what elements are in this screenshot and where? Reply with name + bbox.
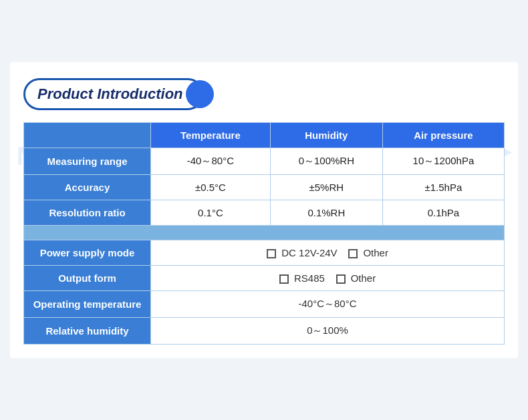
header-humidity: Humidity: [270, 122, 382, 148]
data-operating-temp: -40°C～80°C: [151, 291, 505, 318]
label-accuracy: Accuracy: [24, 174, 151, 200]
table-row: Measuring range -40～80°C 0～100%RH 10～120…: [24, 148, 505, 174]
data-pressure-accuracy: ±1.5hPa: [382, 174, 504, 200]
checkbox-dc[interactable]: [267, 249, 276, 258]
checkbox-other-output[interactable]: [336, 274, 346, 284]
table-header-row: Temperature Humidity Air pressure: [24, 122, 505, 148]
table-row-power: Power supply mode DC 12V-24V Other: [24, 240, 505, 265]
specs-table: Temperature Humidity Air pressure Measur…: [23, 122, 505, 345]
data-humidity-range: 0～100%RH: [270, 148, 382, 174]
label-resolution: Resolution ratio: [24, 200, 151, 225]
label-relative-humidity: Relative humidity: [24, 318, 151, 345]
checkbox-rs485[interactable]: [279, 274, 289, 284]
label-output-form: Output form: [24, 266, 151, 291]
label-operating-temp: Operating temperature: [24, 291, 151, 318]
table-row-output: Output form RS485 Other: [24, 266, 505, 291]
data-temp-resolution: 0.1°C: [151, 200, 271, 225]
header-air-pressure: Air pressure: [382, 122, 504, 148]
title-bar: Product Introduction: [23, 78, 505, 110]
main-container: Product Introduction NiuBoL▶ NiuBoL▶ Niu…: [10, 62, 518, 358]
data-humidity-resolution: 0.1%RH: [270, 200, 382, 225]
title-blob: [186, 80, 214, 108]
value-other-output: Other: [351, 272, 376, 284]
data-humidity-accuracy: ±5%RH: [270, 174, 382, 200]
separator-cell: [24, 225, 505, 240]
value-other-power: Other: [363, 247, 388, 258]
label-measuring-range: Measuring range: [24, 148, 151, 174]
title-pill: Product Introduction: [23, 78, 204, 110]
data-power-supply: DC 12V-24V Other: [151, 240, 505, 265]
data-output-form: RS485 Other: [151, 266, 505, 291]
data-pressure-resolution: 0.1hPa: [382, 200, 504, 225]
header-temperature: Temperature: [151, 122, 271, 148]
data-temp-range: -40～80°C: [151, 148, 271, 174]
value-dc: DC 12V-24V: [281, 247, 337, 258]
table-row: Resolution ratio 0.1°C 0.1%RH 0.1hPa: [24, 200, 505, 225]
separator-row: [24, 225, 505, 240]
data-pressure-range: 10～1200hPa: [382, 148, 504, 174]
table-row-op-temp: Operating temperature -40°C～80°C: [24, 291, 505, 318]
checkbox-other-power[interactable]: [348, 249, 358, 258]
table-row: Accuracy ±0.5°C ±5%RH ±1.5hPa: [24, 174, 505, 200]
header-col1: [24, 122, 151, 148]
page-title: Product Introduction: [37, 85, 183, 103]
label-power-supply: Power supply mode: [24, 240, 151, 265]
table-row-rel-humidity: Relative humidity 0～100%: [24, 318, 505, 345]
data-relative-humidity: 0～100%: [151, 318, 505, 345]
value-rs485: RS485: [294, 272, 325, 284]
data-temp-accuracy: ±0.5°C: [151, 174, 271, 200]
